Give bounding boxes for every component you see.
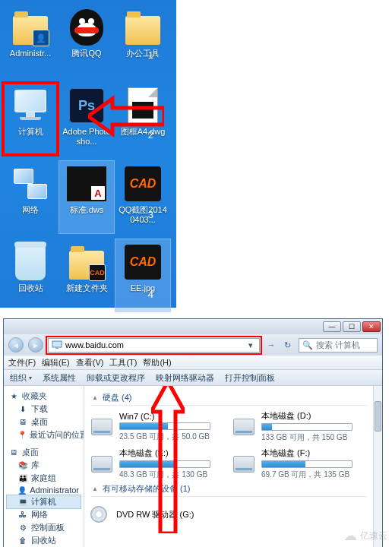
drive-item[interactable]: 本地磁盘 (D:)133 GB 可用，共 150 GB: [232, 410, 367, 443]
tree-item[interactable]: 🗑回收站: [7, 534, 81, 547]
titlebar: — ☐ ✕: [4, 319, 382, 334]
desktop-icon[interactable]: A标准.dws: [59, 161, 114, 233]
desktop-icon[interactable]: PsAdobe Photosho...: [59, 83, 114, 155]
close-button[interactable]: ✕: [362, 321, 381, 332]
drive-item[interactable]: Win7 (C:)23.5 GB 可用，共 50.0 GB: [90, 410, 225, 443]
tree-item[interactable]: 💻计算机: [7, 495, 81, 508]
watermark: ☁ 亿速云: [343, 527, 387, 544]
drive-free-text: 23.5 GB 可用，共 50.0 GB: [119, 432, 225, 442]
tree-favorites[interactable]: ★收藏夹: [7, 390, 81, 403]
system-properties-button[interactable]: 系统属性: [43, 372, 76, 384]
uninstall-programs-button[interactable]: 卸载或更改程序: [87, 372, 145, 384]
menu-item[interactable]: 编辑(E): [42, 357, 70, 368]
cloud-icon: ☁: [343, 527, 357, 544]
desktop-icon[interactable]: 腾讯QQ: [59, 5, 114, 77]
tree-item[interactable]: 📚库: [7, 459, 81, 472]
drive-name: 本地磁盘 (F:): [261, 447, 367, 459]
search-icon: 🔍: [302, 340, 313, 350]
menu-item[interactable]: 帮助(H): [143, 357, 171, 368]
drive-name: 本地磁盘 (D:): [261, 410, 367, 422]
menu-item[interactable]: 工具(T): [109, 357, 137, 368]
desktop-icon-label: QQ截图20140403...: [115, 204, 170, 225]
hdd-icon: [90, 454, 113, 475]
map-network-drive-button[interactable]: 映射网络驱动器: [156, 372, 214, 384]
tree-item[interactable]: 👤Administrator: [7, 485, 81, 495]
back-button[interactable]: ◄: [8, 337, 24, 353]
tree-recent-icon: 📍: [17, 431, 27, 440]
network-icon: [11, 164, 50, 204]
desktop-icon-label: 图框A4.dwg: [115, 125, 170, 137]
removable-section-header[interactable]: ▲ 有可移动存储的设备 (1): [90, 480, 367, 497]
content-pane: ▲ 硬盘 (4) Win7 (C:)23.5 GB 可用，共 50.0 GB本地…: [84, 386, 373, 547]
watermark-text: 亿速云: [360, 530, 387, 542]
desktop-icon[interactable]: 回收站: [3, 239, 58, 311]
forward-button[interactable]: ►: [28, 337, 43, 353]
refresh-button[interactable]: ↻: [280, 338, 294, 352]
tree-desk-icon: 🖥: [8, 448, 19, 457]
dws-icon: A: [67, 164, 106, 204]
drive-name: 本地磁盘 (E:): [119, 447, 225, 459]
tree-item[interactable]: ⚙控制面板: [7, 521, 81, 534]
drive-free-text: 133 GB 可用，共 150 GB: [261, 432, 367, 443]
navigation-tree: ★收藏夹⬇下载🖥桌面📍最近访问的位置🖥桌面📚库👪家庭组👤Administrato…: [4, 386, 84, 547]
minimize-button[interactable]: —: [323, 321, 341, 332]
go-button[interactable]: →: [264, 338, 278, 352]
tree-lib-icon: 📚: [17, 461, 28, 470]
scrollbar-thumb[interactable]: [375, 401, 381, 432]
navbar: ◄ ► www.baidu.com ▾ → ↻ 🔍 搜索 计算机: [4, 334, 382, 356]
desktop-icon[interactable]: CAD新建文件夹: [59, 239, 114, 311]
toolbar: 组织 系统属性 卸载或更改程序 映射网络驱动器 打开控制面板: [4, 369, 382, 386]
menubar: 文件(F)编辑(E)查看(V)工具(T)帮助(H): [4, 356, 382, 369]
desktop-icon-label: 办公工具: [115, 47, 170, 58]
cutoff-text: 4: [148, 289, 153, 300]
tree-home-icon: 👪: [17, 474, 28, 483]
removable-section-label: 有可移动存储的设备 (1): [103, 483, 191, 495]
desktop-icon[interactable]: 办公工具: [115, 5, 170, 77]
svg-rect-1: [52, 341, 62, 347]
tree-fav-icon: ★: [8, 392, 19, 401]
address-dropdown-icon[interactable]: ▾: [245, 340, 256, 350]
tree-item[interactable]: 🖧网络: [7, 508, 81, 521]
menu-item[interactable]: 查看(V): [76, 357, 104, 368]
folder-icon: [123, 8, 163, 47]
address-bar[interactable]: www.baidu.com ▾: [48, 338, 260, 353]
drive-usage-bar: [261, 423, 352, 431]
drive-item[interactable]: 本地磁盘 (E:)48.3 GB 可用，共 130 GB: [90, 447, 225, 480]
desktop-icon[interactable]: 图框A4.dwg: [115, 83, 170, 155]
tree-desktop[interactable]: 🖥桌面: [7, 446, 81, 459]
maximize-button[interactable]: ☐: [343, 321, 361, 332]
tree-pc-icon: 💻: [17, 498, 28, 507]
tree-item[interactable]: 🖥桌面: [7, 416, 81, 428]
tree-user-icon: 👤: [17, 485, 27, 495]
desktop-icon-label: 回收站: [3, 282, 58, 293]
removable-name: DVD RW 驱动器 (G:): [116, 509, 194, 520]
tree-ctrl-icon: ⚙: [17, 523, 28, 533]
tree-item[interactable]: 📍最近访问的位置: [7, 428, 81, 441]
desktop-icon[interactable]: 计算机: [3, 83, 58, 155]
dwg-icon: [123, 86, 163, 125]
vertical-scrollbar[interactable]: [373, 386, 382, 547]
drive-usage-bar: [119, 422, 210, 430]
tree-desk-icon: 🖥: [17, 418, 28, 427]
cutoff-text: 2: [148, 129, 153, 141]
menu-item[interactable]: 文件(F): [8, 357, 36, 368]
desktop-icon[interactable]: 网络: [3, 161, 58, 233]
desktop-icon[interactable]: 👤Administr...: [3, 5, 58, 77]
explorer-window: — ☐ ✕ ◄ ► www.baidu.com ▾ → ↻ 🔍 搜索 计算机: [3, 318, 383, 547]
desktop-icon[interactable]: CADEE.jpg: [115, 239, 170, 311]
drive-item[interactable]: 本地磁盘 (F:)69.7 GB 可用，共 135 GB: [232, 447, 367, 480]
desktop-icon-label: 计算机: [3, 125, 58, 137]
hdd-section-header[interactable]: ▲ 硬盘 (4): [90, 389, 367, 406]
desktop-icon-label: 标准.dws: [59, 204, 114, 215]
desktop-icon[interactable]: CADQQ截图20140403...: [115, 161, 170, 233]
open-control-panel-button[interactable]: 打开控制面板: [225, 372, 275, 384]
cutoff-text: 1: [148, 49, 153, 61]
organize-menu[interactable]: 组织: [10, 372, 32, 384]
tree-item[interactable]: ⬇下载: [7, 403, 81, 416]
search-box[interactable]: 🔍 搜索 计算机: [299, 338, 378, 353]
removable-item[interactable]: DVD RW 驱动器 (G:): [90, 501, 367, 527]
explorer-body: ★收藏夹⬇下载🖥桌面📍最近访问的位置🖥桌面📚库👪家庭组👤Administrato…: [4, 386, 382, 547]
tree-item[interactable]: 👪家庭组: [7, 472, 81, 485]
hdd-icon: [232, 454, 255, 475]
drive-usage-bar: [119, 460, 210, 468]
